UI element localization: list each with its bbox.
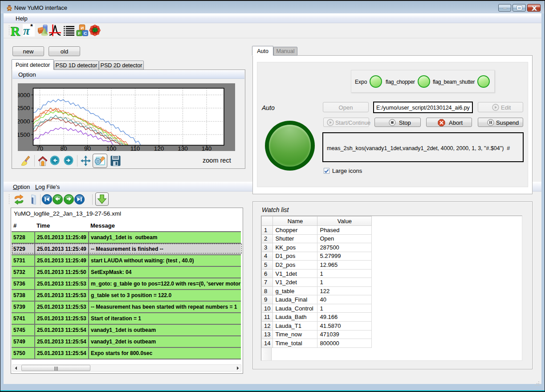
- svg-text:1500: 1500: [18, 131, 30, 138]
- svg-text:120: 120: [154, 145, 164, 151]
- svg-text:130: 130: [178, 145, 188, 151]
- svg-text:*: *: [30, 24, 33, 30]
- svg-text:3000: 3000: [18, 92, 30, 98]
- svg-text:110: 110: [130, 145, 140, 151]
- svg-text:C: C: [84, 31, 87, 36]
- svg-text:π: π: [23, 24, 30, 37]
- svg-text:140: 140: [202, 145, 212, 151]
- svg-text:80: 80: [60, 145, 67, 151]
- svg-text:R: R: [11, 24, 20, 37]
- svg-text:70: 70: [37, 145, 43, 151]
- svg-text:90: 90: [84, 145, 91, 151]
- svg-text:100: 100: [106, 145, 117, 151]
- svg-text:И: И: [81, 25, 84, 30]
- svg-text:2000: 2000: [18, 118, 30, 125]
- svg-text:F: F: [78, 31, 81, 36]
- svg-text:2500: 2500: [18, 105, 30, 111]
